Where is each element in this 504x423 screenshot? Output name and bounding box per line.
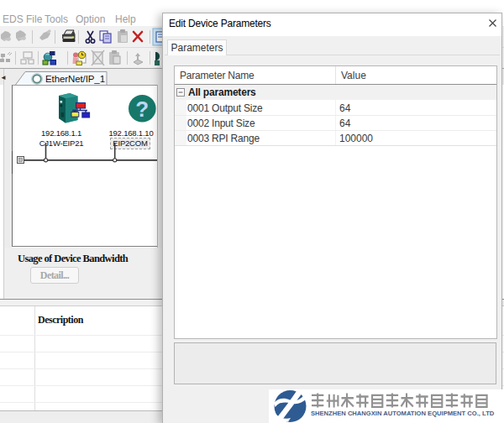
svg-text:?: ? — [135, 97, 149, 122]
